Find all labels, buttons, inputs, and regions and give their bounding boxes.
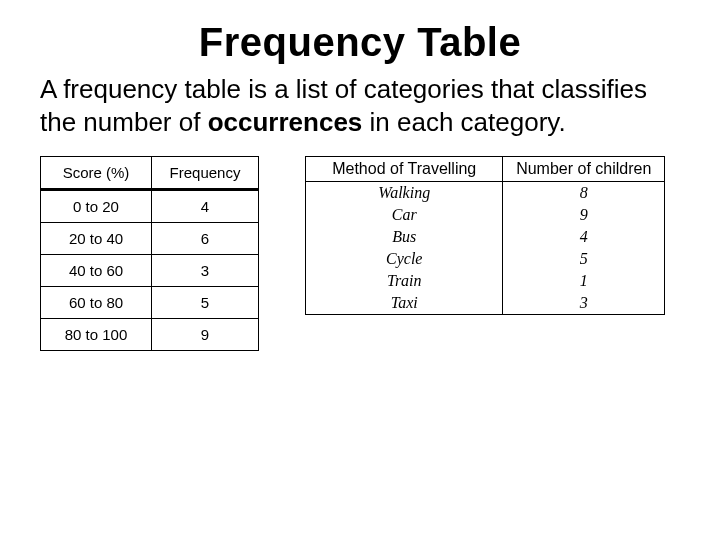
table-cell: 1 xyxy=(503,270,665,292)
table-cell: Walking xyxy=(306,182,503,205)
table-cell: 4 xyxy=(503,226,665,248)
table-header: Score (%) xyxy=(41,157,152,190)
table-row: 60 to 80 5 xyxy=(41,287,259,319)
table-cell: Bus xyxy=(306,226,503,248)
table-cell: 0 to 20 xyxy=(41,190,152,223)
table-cell: 5 xyxy=(152,287,259,319)
table-cell: 8 xyxy=(503,182,665,205)
table-cell: 60 to 80 xyxy=(41,287,152,319)
table-cell: 9 xyxy=(152,319,259,351)
tables-row: Score (%) Frequency 0 to 20 4 20 to 40 6… xyxy=(40,156,680,351)
table-cell: Cycle xyxy=(306,248,503,270)
table-row: 80 to 100 9 xyxy=(41,319,259,351)
table-cell: 4 xyxy=(152,190,259,223)
score-frequency-table: Score (%) Frequency 0 to 20 4 20 to 40 6… xyxy=(40,156,259,351)
table-header: Frequency xyxy=(152,157,259,190)
table-row: Taxi 3 xyxy=(306,292,665,315)
table-row: 20 to 40 6 xyxy=(41,223,259,255)
page-title: Frequency Table xyxy=(40,20,680,65)
table-cell: 5 xyxy=(503,248,665,270)
table-cell: 6 xyxy=(152,223,259,255)
desc-text-post: in each category. xyxy=(362,107,565,137)
table-row: Walking 8 xyxy=(306,182,665,205)
table-row: Bus 4 xyxy=(306,226,665,248)
table-row: Train 1 xyxy=(306,270,665,292)
table-row: Method of Travelling Number of children xyxy=(306,157,665,182)
table-cell: 9 xyxy=(503,204,665,226)
travel-method-table: Method of Travelling Number of children … xyxy=(305,156,665,315)
table-row: 40 to 60 3 xyxy=(41,255,259,287)
table-cell: 80 to 100 xyxy=(41,319,152,351)
table-cell: 20 to 40 xyxy=(41,223,152,255)
table-cell: Car xyxy=(306,204,503,226)
table-row: 0 to 20 4 xyxy=(41,190,259,223)
description: A frequency table is a list of categorie… xyxy=(40,73,680,138)
table-header: Number of children xyxy=(503,157,665,182)
table-row: Car 9 xyxy=(306,204,665,226)
table-header: Method of Travelling xyxy=(306,157,503,182)
table-cell: Train xyxy=(306,270,503,292)
desc-bold: occurrences xyxy=(208,107,363,137)
table-cell: 3 xyxy=(503,292,665,315)
table-row: Score (%) Frequency xyxy=(41,157,259,190)
table-cell: 40 to 60 xyxy=(41,255,152,287)
table-row: Cycle 5 xyxy=(306,248,665,270)
table-cell: Taxi xyxy=(306,292,503,315)
slide: Frequency Table A frequency table is a l… xyxy=(0,0,720,351)
table-cell: 3 xyxy=(152,255,259,287)
